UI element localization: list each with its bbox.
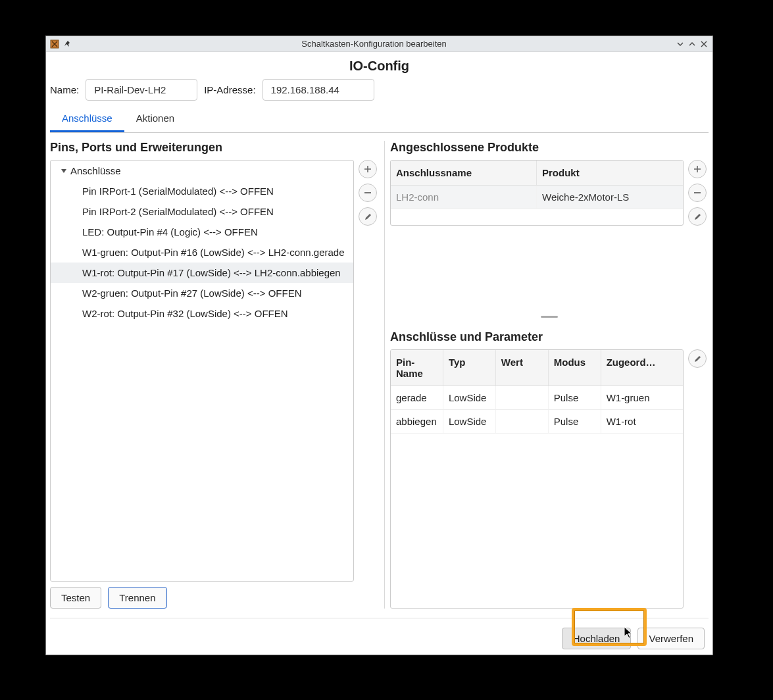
tree-item[interactable]: W1-gruen: Output-Pin #16 (LowSide) <--> … — [51, 242, 353, 262]
remove-pin-button[interactable] — [359, 184, 377, 202]
titlebar[interactable]: Schaltkasten-Konfiguration bearbeiten — [46, 36, 712, 52]
params-row[interactable]: abbiegen LowSide Pulse W1-rot — [391, 410, 683, 434]
tree-item[interactable]: W2-rot: Output-Pin #32 (LowSide) <--> OF… — [51, 303, 353, 324]
params-col-assigned[interactable]: Zugeord… — [601, 350, 683, 386]
right-pane: Angeschlossene Produkte Anschlussname Pr… — [384, 141, 709, 609]
config-window: Schaltkasten-Konfiguration bearbeiten IO… — [45, 36, 713, 655]
edit-param-button[interactable] — [688, 349, 707, 368]
add-product-button[interactable] — [688, 160, 707, 178]
products-table[interactable]: Anschlussname Produkt LH2-conn Weiche-2x… — [390, 160, 684, 226]
left-pane: Pins, Ports und Erweiterungen Anschlüsse… — [50, 141, 379, 609]
ip-input[interactable] — [262, 79, 374, 101]
params-title: Anschlüsse und Parameter — [390, 330, 709, 344]
left-pane-title: Pins, Ports und Erweiterungen — [50, 141, 379, 155]
tab-bar: Anschlüsse Aktionen — [50, 107, 709, 133]
params-col-pin[interactable]: Pin-Name — [391, 350, 443, 386]
close-icon[interactable] — [699, 39, 709, 49]
app-icon — [50, 39, 59, 49]
remove-product-button[interactable] — [688, 184, 707, 202]
params-col-type[interactable]: Typ — [443, 350, 496, 386]
tab-connections[interactable]: Anschlüsse — [50, 107, 124, 132]
tree-item[interactable]: LED: Output-Pin #4 (Logic) <--> OFFEN — [51, 222, 353, 242]
params-col-value[interactable]: Wert — [496, 350, 549, 386]
products-title: Angeschlossene Produkte — [390, 141, 709, 155]
chevron-down-icon[interactable] — [61, 169, 66, 173]
name-label: Name: — [50, 84, 79, 95]
tree-root[interactable]: Anschlüsse — [51, 161, 353, 181]
pin-icon[interactable] — [63, 39, 72, 49]
tree-root-label: Anschlüsse — [70, 165, 121, 176]
maximize-icon[interactable] — [687, 39, 697, 49]
upload-button[interactable]: Hochladen — [562, 628, 632, 649]
fields-row: Name: IP-Adresse: — [50, 79, 709, 105]
tree-item[interactable]: W2-gruen: Output-Pin #27 (LowSide) <--> … — [51, 283, 353, 303]
tree-item[interactable]: Pin IRPort-1 (SerialModulated) <--> OFFE… — [51, 181, 353, 201]
tab-actions[interactable]: Aktionen — [124, 107, 186, 132]
name-input[interactable] — [86, 79, 197, 101]
tree-item[interactable]: Pin IRPort-2 (SerialModulated) <--> OFFE… — [51, 201, 353, 222]
products-col-name[interactable]: Anschlussname — [391, 161, 537, 185]
page-title: IO-Config — [50, 55, 709, 79]
params-row[interactable]: gerade LowSide Pulse W1-gruen — [391, 386, 683, 410]
tree-item-selected[interactable]: W1-rot: Output-Pin #17 (LowSide) <--> LH… — [51, 262, 353, 283]
edit-product-button[interactable] — [688, 207, 707, 226]
ip-label: IP-Adresse: — [204, 84, 255, 95]
footer: Hochladen Verwerfen — [50, 618, 709, 649]
minimize-icon[interactable] — [676, 39, 685, 49]
products-row[interactable]: LH2-conn Weiche-2xMotor-LS — [391, 186, 683, 209]
window-title: Schaltkasten-Konfiguration bearbeiten — [76, 39, 672, 49]
horizontal-splitter[interactable] — [390, 314, 709, 318]
pin-tree[interactable]: Anschlüsse Pin IRPort-1 (SerialModulated… — [50, 160, 354, 582]
edit-pin-button[interactable] — [359, 207, 377, 226]
test-button[interactable]: Testen — [50, 587, 101, 609]
discard-button[interactable]: Verwerfen — [637, 628, 705, 649]
disconnect-button[interactable]: Trennen — [108, 587, 166, 609]
add-pin-button[interactable] — [359, 160, 377, 178]
params-col-mode[interactable]: Modus — [549, 350, 601, 386]
params-table[interactable]: Pin-Name Typ Wert Modus Zugeord… gerade … — [390, 349, 684, 609]
products-col-product[interactable]: Produkt — [537, 161, 683, 185]
